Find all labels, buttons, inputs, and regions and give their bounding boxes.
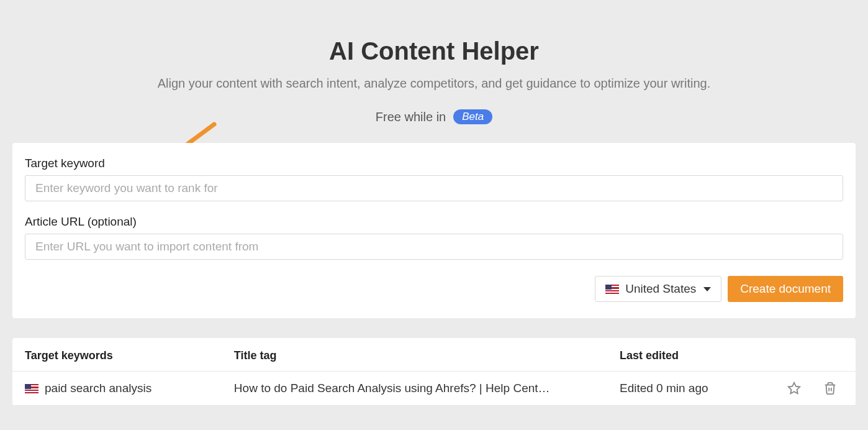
article-url-label: Article URL (optional) xyxy=(25,215,843,229)
chevron-down-icon xyxy=(703,287,711,291)
page-subtitle: Align your content with search intent, a… xyxy=(12,76,856,91)
page-title: AI Content Helper xyxy=(12,37,856,65)
country-label: United States xyxy=(625,282,696,296)
th-target-keywords: Target keywords xyxy=(12,338,222,372)
star-icon xyxy=(787,382,801,395)
trash-icon xyxy=(823,382,837,395)
star-button[interactable] xyxy=(787,382,801,395)
keyword-text: paid search analysis xyxy=(45,382,151,395)
target-keyword-label: Target keyword xyxy=(25,157,843,170)
delete-button[interactable] xyxy=(823,382,837,395)
th-title-tag: Title tag xyxy=(222,338,607,372)
svg-marker-2 xyxy=(789,383,800,393)
documents-table: Target keywords Title tag Last edited pa… xyxy=(12,338,856,406)
us-flag-icon xyxy=(605,285,619,294)
target-keyword-input[interactable] xyxy=(25,175,843,201)
page-header: AI Content Helper Align your content wit… xyxy=(0,0,868,143)
article-url-input[interactable] xyxy=(25,234,843,260)
title-tag-text: How to do Paid Search Analysis using Ahr… xyxy=(234,382,582,395)
table-row[interactable]: paid search analysis How to do Paid Sear… xyxy=(12,372,856,406)
last-edited-text: Edited 0 min ago xyxy=(607,372,771,406)
th-actions xyxy=(771,338,856,372)
documents-table-card: Target keywords Title tag Last edited pa… xyxy=(12,338,856,406)
beta-badge: Beta xyxy=(453,109,492,124)
th-last-edited: Last edited xyxy=(607,338,771,372)
beta-prefix-text: Free while in xyxy=(376,110,446,124)
create-document-button[interactable]: Create document xyxy=(728,276,843,302)
beta-row: Free while in Beta xyxy=(12,109,856,124)
us-flag-icon xyxy=(25,384,38,393)
country-selector[interactable]: United States xyxy=(595,276,721,302)
create-document-form: Target keyword Article URL (optional) Un… xyxy=(12,143,856,318)
